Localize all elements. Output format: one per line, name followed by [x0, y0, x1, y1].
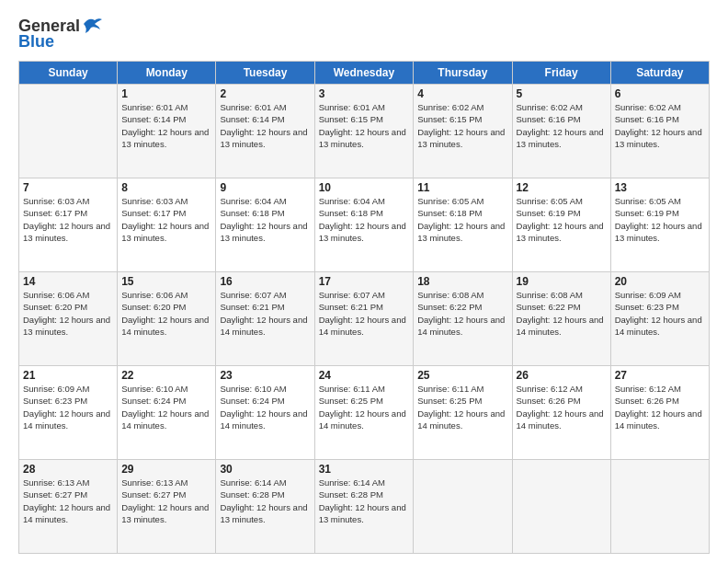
calendar-cell: 4Sunrise: 6:02 AMSunset: 6:15 PMDaylight… [414, 85, 512, 178]
day-number: 26 [517, 369, 607, 382]
day-number: 9 [220, 181, 310, 194]
calendar-cell: 14Sunrise: 6:06 AMSunset: 6:20 PMDayligh… [19, 272, 118, 366]
calendar-cell: 9Sunrise: 6:04 AMSunset: 6:18 PMDaylight… [216, 178, 314, 272]
day-info: Sunrise: 6:01 AMSunset: 6:14 PMDaylight:… [220, 101, 310, 150]
col-wednesday: Wednesday [314, 62, 414, 85]
calendar-cell: 31Sunrise: 6:14 AMSunset: 6:28 PMDayligh… [314, 460, 414, 554]
day-number: 24 [319, 369, 410, 382]
day-info: Sunrise: 6:02 AMSunset: 6:16 PMDaylight:… [615, 101, 705, 150]
calendar-cell: 23Sunrise: 6:10 AMSunset: 6:24 PMDayligh… [216, 366, 314, 460]
calendar-cell: 25Sunrise: 6:11 AMSunset: 6:25 PMDayligh… [414, 366, 512, 460]
day-number: 5 [517, 87, 607, 100]
calendar-cell: 21Sunrise: 6:09 AMSunset: 6:23 PMDayligh… [19, 366, 118, 460]
calendar-cell [19, 85, 118, 178]
col-sunday: Sunday [19, 62, 118, 85]
day-info: Sunrise: 6:02 AMSunset: 6:15 PMDaylight:… [417, 101, 507, 150]
calendar-cell: 13Sunrise: 6:05 AMSunset: 6:19 PMDayligh… [610, 178, 709, 272]
day-info: Sunrise: 6:09 AMSunset: 6:23 PMDaylight:… [615, 289, 705, 338]
day-info: Sunrise: 6:06 AMSunset: 6:20 PMDaylight:… [23, 289, 113, 338]
calendar-cell: 11Sunrise: 6:05 AMSunset: 6:18 PMDayligh… [414, 178, 512, 272]
day-number: 11 [417, 181, 507, 194]
day-info: Sunrise: 6:10 AMSunset: 6:24 PMDaylight:… [220, 383, 310, 431]
calendar-cell: 28Sunrise: 6:13 AMSunset: 6:27 PMDayligh… [19, 460, 118, 554]
calendar-cell: 18Sunrise: 6:08 AMSunset: 6:22 PMDayligh… [414, 272, 512, 366]
calendar-cell: 7Sunrise: 6:03 AMSunset: 6:17 PMDaylight… [19, 178, 118, 272]
day-number: 18 [417, 275, 507, 288]
logo-blue-text: Blue [18, 32, 54, 52]
day-info: Sunrise: 6:13 AMSunset: 6:27 PMDaylight:… [23, 477, 113, 525]
calendar-cell: 2Sunrise: 6:01 AMSunset: 6:14 PMDaylight… [216, 85, 314, 178]
day-info: Sunrise: 6:08 AMSunset: 6:22 PMDaylight:… [417, 289, 507, 338]
day-info: Sunrise: 6:08 AMSunset: 6:22 PMDaylight:… [517, 289, 607, 338]
calendar-cell: 3Sunrise: 6:01 AMSunset: 6:15 PMDaylight… [314, 85, 414, 178]
day-info: Sunrise: 6:11 AMSunset: 6:25 PMDaylight:… [417, 383, 507, 431]
day-number: 16 [220, 275, 310, 288]
calendar-cell: 12Sunrise: 6:05 AMSunset: 6:19 PMDayligh… [512, 178, 610, 272]
day-info: Sunrise: 6:02 AMSunset: 6:16 PMDaylight:… [517, 101, 607, 150]
calendar-cell: 27Sunrise: 6:12 AMSunset: 6:26 PMDayligh… [610, 366, 709, 460]
day-number: 17 [319, 275, 410, 288]
calendar-cell: 5Sunrise: 6:02 AMSunset: 6:16 PMDaylight… [512, 85, 610, 178]
calendar-cell: 17Sunrise: 6:07 AMSunset: 6:21 PMDayligh… [314, 272, 414, 366]
day-info: Sunrise: 6:05 AMSunset: 6:19 PMDaylight:… [517, 195, 607, 244]
calendar-cell: 15Sunrise: 6:06 AMSunset: 6:20 PMDayligh… [118, 272, 216, 366]
day-number: 7 [23, 181, 113, 194]
day-info: Sunrise: 6:14 AMSunset: 6:28 PMDaylight:… [319, 477, 410, 525]
calendar-cell: 10Sunrise: 6:04 AMSunset: 6:18 PMDayligh… [314, 178, 414, 272]
day-info: Sunrise: 6:13 AMSunset: 6:27 PMDaylight:… [121, 477, 211, 525]
calendar-cell: 24Sunrise: 6:11 AMSunset: 6:25 PMDayligh… [314, 366, 414, 460]
col-friday: Friday [512, 62, 610, 85]
calendar-cell: 26Sunrise: 6:12 AMSunset: 6:26 PMDayligh… [512, 366, 610, 460]
day-number: 14 [23, 275, 113, 288]
page: General Blue Sunday Monday Tuesday Wedne… [0, 0, 728, 563]
day-number: 2 [220, 87, 310, 100]
day-info: Sunrise: 6:04 AMSunset: 6:18 PMDaylight:… [220, 195, 310, 244]
day-info: Sunrise: 6:03 AMSunset: 6:17 PMDaylight:… [23, 195, 113, 244]
col-saturday: Saturday [610, 62, 709, 85]
day-number: 22 [121, 369, 211, 382]
day-number: 12 [517, 181, 607, 194]
logo-bird-icon [82, 17, 102, 33]
day-number: 13 [615, 181, 705, 194]
day-info: Sunrise: 6:06 AMSunset: 6:20 PMDaylight:… [121, 289, 211, 338]
calendar-cell: 19Sunrise: 6:08 AMSunset: 6:22 PMDayligh… [512, 272, 610, 366]
day-info: Sunrise: 6:07 AMSunset: 6:21 PMDaylight:… [220, 289, 310, 338]
calendar-week-row: 7Sunrise: 6:03 AMSunset: 6:17 PMDaylight… [19, 178, 710, 272]
day-info: Sunrise: 6:04 AMSunset: 6:18 PMDaylight:… [319, 195, 410, 244]
calendar-table: Sunday Monday Tuesday Wednesday Thursday… [18, 61, 710, 554]
calendar-cell: 20Sunrise: 6:09 AMSunset: 6:23 PMDayligh… [610, 272, 709, 366]
day-number: 15 [121, 275, 211, 288]
calendar-header-row: Sunday Monday Tuesday Wednesday Thursday… [19, 62, 710, 85]
day-info: Sunrise: 6:07 AMSunset: 6:21 PMDaylight:… [319, 289, 410, 338]
day-number: 30 [220, 463, 310, 476]
day-number: 25 [417, 369, 507, 382]
col-tuesday: Tuesday [216, 62, 314, 85]
day-info: Sunrise: 6:01 AMSunset: 6:15 PMDaylight:… [319, 101, 410, 150]
day-number: 3 [319, 87, 410, 100]
day-number: 28 [23, 463, 113, 476]
day-info: Sunrise: 6:12 AMSunset: 6:26 PMDaylight:… [517, 383, 607, 431]
day-number: 4 [417, 87, 507, 100]
calendar-week-row: 28Sunrise: 6:13 AMSunset: 6:27 PMDayligh… [19, 460, 710, 554]
calendar-cell [610, 460, 709, 554]
calendar-cell [414, 460, 512, 554]
day-info: Sunrise: 6:12 AMSunset: 6:26 PMDaylight:… [615, 383, 705, 431]
day-info: Sunrise: 6:09 AMSunset: 6:23 PMDaylight:… [23, 383, 113, 431]
day-number: 21 [23, 369, 113, 382]
day-number: 19 [517, 275, 607, 288]
day-info: Sunrise: 6:11 AMSunset: 6:25 PMDaylight:… [319, 383, 410, 431]
day-number: 6 [615, 87, 705, 100]
calendar-week-row: 1Sunrise: 6:01 AMSunset: 6:14 PMDaylight… [19, 85, 710, 178]
day-info: Sunrise: 6:05 AMSunset: 6:19 PMDaylight:… [615, 195, 705, 244]
col-thursday: Thursday [414, 62, 512, 85]
day-number: 27 [615, 369, 705, 382]
day-number: 8 [121, 181, 211, 194]
calendar-cell: 16Sunrise: 6:07 AMSunset: 6:21 PMDayligh… [216, 272, 314, 366]
day-number: 23 [220, 369, 310, 382]
calendar-cell: 6Sunrise: 6:02 AMSunset: 6:16 PMDaylight… [610, 85, 709, 178]
header: General Blue [18, 17, 710, 52]
day-number: 20 [615, 275, 705, 288]
calendar-week-row: 14Sunrise: 6:06 AMSunset: 6:20 PMDayligh… [19, 272, 710, 366]
calendar-cell: 29Sunrise: 6:13 AMSunset: 6:27 PMDayligh… [118, 460, 216, 554]
calendar-cell: 1Sunrise: 6:01 AMSunset: 6:14 PMDaylight… [118, 85, 216, 178]
